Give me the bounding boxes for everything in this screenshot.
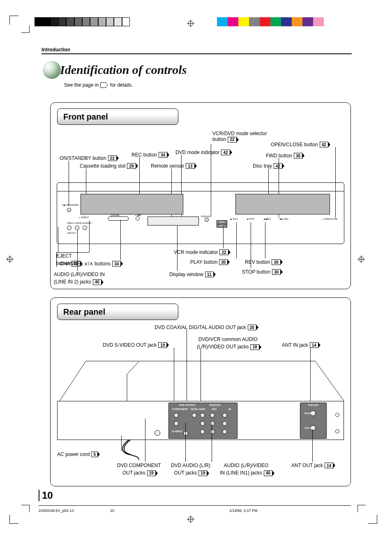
- leader-line: [56, 252, 57, 267]
- ac-cord-icon: [116, 440, 141, 460]
- jack-icon: [210, 429, 215, 434]
- leader-line: [56, 252, 89, 253]
- crop-mark: [21, 25, 30, 33]
- callout-audio-lr-video-in: AUDIO (L/R)/VIDEO IN (LINE IN 2) jacks 4…: [54, 272, 105, 285]
- registration-mark-icon: [6, 256, 14, 263]
- registration-mark-icon: [187, 20, 194, 27]
- digital-audio-label: DIGITAL AUDIO: [190, 408, 206, 410]
- callout-text: IN (LINE IN1) jacks: [220, 470, 262, 476]
- footer-timestamp: 1/13/06, 2:47 PM: [229, 509, 258, 513]
- callout-ac-cord: AC power cord 5: [57, 451, 98, 457]
- swatch: [228, 17, 238, 26]
- callout-open-close: OPEN/CLOSE button 42: [271, 142, 328, 147]
- dvd-indicator: DVD: [217, 221, 227, 224]
- subtitle-before: See the page in: [64, 82, 99, 88]
- vhf-uhf-label: VHF/UHF: [303, 404, 323, 406]
- swatch: [51, 17, 58, 26]
- jack-icon: [75, 226, 79, 230]
- callout-rec: REC button 34: [131, 152, 167, 158]
- svideo-jack-icon: [183, 431, 188, 436]
- callout-text: DVD/VCR common AUDIO: [198, 336, 258, 342]
- footer-page: 10: [110, 509, 114, 513]
- open-close-label: △ OPEN/CLOSE: [322, 218, 337, 220]
- page-ref: 42: [320, 142, 328, 147]
- page-ref: 30: [219, 259, 228, 265]
- page-ref: 30: [294, 153, 302, 159]
- page-ref: 19: [147, 470, 156, 476]
- dvd-output-label: DVD OUTPUT: [173, 404, 202, 406]
- manual-page: Introduction Identification of controls …: [0, 0, 392, 555]
- jack-icon: [222, 413, 227, 418]
- front-panel-diagram: I/⏻ ON/STANDBY △ EJECT CHANNEL ● REC VCR…: [55, 182, 346, 244]
- callout-component: DVD COMPONENT OUT jacks 19: [117, 463, 161, 476]
- rear-faceplate: DVD OUTPUT DVD/VCR COMPONENT DIGITAL AUD…: [57, 401, 344, 440]
- swatch: [270, 17, 281, 26]
- swatch: [90, 17, 98, 26]
- swatch: [217, 17, 228, 26]
- grayscale-calibration-bar: [35, 17, 130, 26]
- crop-mark: [9, 16, 18, 25]
- callout-common-out: DVD/VCR common AUDIO (L/R)/VIDEO OUT jac…: [197, 336, 259, 350]
- display-window: [148, 216, 199, 226]
- page-ref: 40: [93, 279, 101, 285]
- jack-icon: [200, 429, 205, 434]
- callout-text: Remote sensor: [151, 163, 184, 169]
- callout-text: STOP button: [242, 269, 270, 275]
- page-ref: 29: [127, 163, 136, 169]
- swatch: [74, 17, 82, 26]
- swatch: [106, 17, 114, 26]
- jack-icon: [200, 413, 205, 418]
- jack-icon: [222, 421, 227, 426]
- transport-buttons: ▶ PLAY ■ STOP ◀◀REV ▶▶ FWD: [231, 218, 288, 220]
- leader-line: [236, 222, 237, 258]
- page-ref: 18: [250, 344, 259, 350]
- page-ref: 19: [158, 342, 167, 348]
- registration-mark-icon: [187, 516, 194, 523]
- callout-text: DVD mode indicator: [175, 150, 219, 155]
- callout-text: Cassette loading slot: [80, 163, 125, 169]
- registration-mark-icon: [357, 256, 365, 263]
- out-label: OUT: [210, 408, 218, 410]
- callout-text: Display window: [169, 272, 203, 277]
- callout-text: VCR/DVD mode selector: [212, 131, 267, 136]
- swatch: [292, 17, 302, 26]
- power-button-icon: [67, 208, 71, 212]
- callout-text: FWD button: [266, 153, 292, 159]
- leader-line: [265, 222, 265, 258]
- callout-text: PLAY button: [190, 259, 217, 265]
- page-ref: 22: [219, 249, 228, 255]
- jack-icon: [83, 226, 87, 230]
- crop-mark: [9, 515, 18, 524]
- callout-dvd-audio: DVD AUDIO (L/R) OUT jacks 19: [171, 463, 210, 476]
- in-label: IN: [226, 408, 234, 410]
- disc-tray: [235, 194, 330, 214]
- jack-icon: [192, 413, 197, 418]
- swatch: [122, 17, 130, 26]
- footer-doc-id: 2I30201B-En_p02-13: [39, 509, 74, 513]
- swatch: [58, 17, 66, 26]
- page-ref: 13: [186, 163, 194, 169]
- callout-text: EJECT: [56, 253, 72, 259]
- page-ref: 34: [159, 152, 167, 158]
- swatch: [98, 17, 106, 26]
- footer-rule: [39, 505, 351, 506]
- callout-vcr-mode-indicator: VCR mode indicator 22: [174, 249, 228, 255]
- callout-text: CHANNEL ∨/∧ buttons: [60, 261, 111, 267]
- front-panel-section: Front panel VCR/DVD mode selector button…: [50, 102, 351, 289]
- leader-line: [177, 226, 178, 271]
- callout-text: DVD COAXIAL DIGITAL AUDIO OUT jack: [154, 325, 246, 330]
- section-header: Introduction: [42, 47, 70, 53]
- sphere-icon: [43, 61, 61, 79]
- callout-text: DVD S-VIDEO OUT jack: [103, 342, 157, 348]
- swatch: [313, 17, 324, 26]
- leader-line: [185, 423, 186, 462]
- vcr-indicator: VCR: [217, 224, 227, 228]
- callout-stop: STOP button 30: [242, 269, 281, 275]
- fwd-label: ▶▶ FWD: [280, 218, 288, 220]
- leader-line: [77, 230, 78, 271]
- callout-on-standby: ON/STANDBY button 22: [60, 155, 117, 161]
- callout-text: VCR mode indicator: [174, 249, 218, 255]
- crop-mark: [357, 505, 366, 512]
- swatch: [302, 17, 313, 26]
- callout-svideo: DVD S-VIDEO OUT jack 19: [103, 342, 167, 348]
